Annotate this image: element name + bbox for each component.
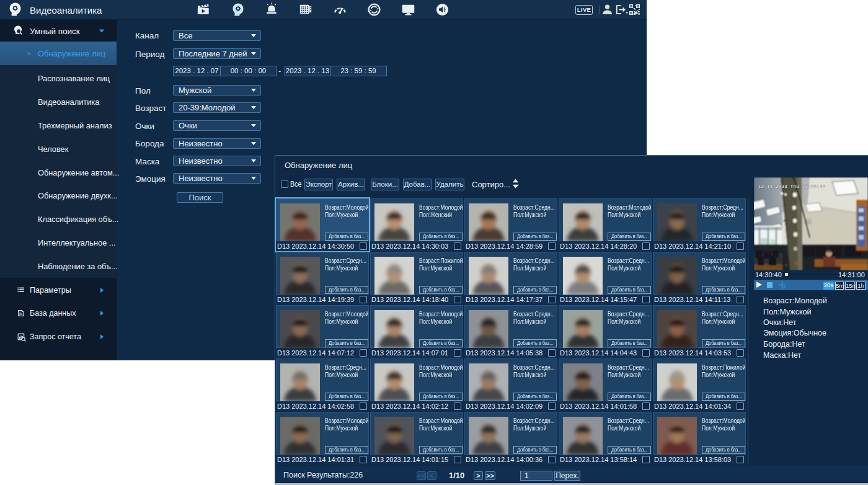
svg-text:12-14-2023 Thu 11:38:46: 12-14-2023 Thu 11:38:46: [758, 184, 825, 189]
